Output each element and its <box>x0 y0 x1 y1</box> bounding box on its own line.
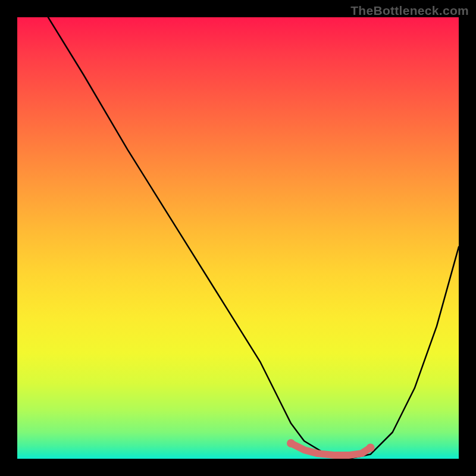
svg-point-0 <box>287 439 295 447</box>
curve-layer <box>17 17 459 459</box>
chart-frame: TheBottleneck.com <box>0 0 476 476</box>
svg-point-1 <box>367 444 375 452</box>
attribution-text: TheBottleneck.com <box>350 4 469 18</box>
optimal-region <box>287 439 375 455</box>
plot-area <box>17 17 459 459</box>
bottleneck-curve <box>48 17 459 459</box>
